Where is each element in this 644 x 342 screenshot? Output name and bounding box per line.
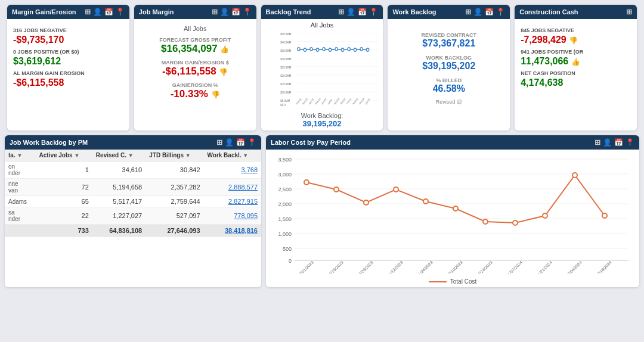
lc-header-icons: ⊞ 👤 📅 📍 <box>595 138 634 147</box>
total-value: -$6,115,558 <box>13 77 123 88</box>
footer-wb[interactable]: 38,418,816 <box>204 225 261 237</box>
wb-person-icon[interactable]: 👤 <box>473 8 482 16</box>
svg-text:$10.0MM: $10.0MM <box>280 91 291 94</box>
svg-text:2,500: 2,500 <box>278 186 292 192</box>
jwb-person-icon[interactable]: 👤 <box>225 138 234 147</box>
svg-text:$0.0: $0.0 <box>280 103 286 106</box>
calendar-icon[interactable]: 📅 <box>104 8 113 16</box>
jwb-title: Job Work Backlog by PM <box>10 139 88 146</box>
lc-person-icon[interactable]: 👤 <box>603 138 612 147</box>
svg-point-68 <box>543 213 547 218</box>
person-icon[interactable]: 👤 <box>93 8 102 16</box>
cc-header-icons: ⊞ <box>626 8 632 16</box>
backlog-footer-label: Work Backlog: <box>301 112 343 119</box>
row2-jtd: 2,357,282 <box>145 179 203 196</box>
svg-text:Jul'24: Jul'24 <box>327 98 333 105</box>
svg-text:$20.0MM: $20.0MM <box>280 74 291 77</box>
bt-hierarchy-icon[interactable]: ⊞ <box>338 8 344 16</box>
footer-name <box>5 225 36 237</box>
jwb-tbody: onnder 1 34,610 30,842 3,768 nnevan 72 5… <box>5 161 261 225</box>
jm-hierarchy-icon[interactable]: ⊞ <box>212 8 218 16</box>
job-margin-header: Job Margin ⊞ 👤 📅 📍 <box>134 5 256 19</box>
margin-gain-erosion-header: Margin Gain/Erosion ⊞ 👤 📅 📍 <box>7 5 129 19</box>
table-row: sander 22 1,227,027 527,097 778,095 <box>5 207 261 225</box>
svg-text:$30.0MM: $30.0MM <box>280 58 291 61</box>
cc-hierarchy-icon[interactable]: ⊞ <box>626 8 632 16</box>
wb-pin-icon[interactable]: 📍 <box>496 8 505 16</box>
svg-text:02/04/2024: 02/04/2024 <box>565 260 583 273</box>
row4-jtd: 527,097 <box>145 207 203 225</box>
hierarchy-icon[interactable]: ⊞ <box>85 8 91 16</box>
margin-gain-erosion-card: Margin Gain/Erosion ⊞ 👤 📅 📍 316 JOBS NEG… <box>7 5 129 130</box>
cc-pos-jobs-label: 941 JOBS POSITIVE (OR <box>521 49 631 55</box>
svg-text:01/21/2024: 01/21/2024 <box>535 260 553 273</box>
row3-wb[interactable]: 2,827,915 <box>204 196 261 207</box>
svg-text:Oct'24: Oct'24 <box>346 97 352 105</box>
jwb-tfoot: 733 64,836,108 27,646,093 38,418,816 <box>5 225 261 237</box>
wb-calendar-icon[interactable]: 📅 <box>485 8 494 16</box>
dashboard: Margin Gain/Erosion ⊞ 👤 📅 📍 316 JOBS NEG… <box>0 0 644 292</box>
pos-jobs-value: $3,619,612 <box>13 56 123 67</box>
svg-text:Aug'24: Aug'24 <box>333 97 340 105</box>
row2-wb[interactable]: 2,888,577 <box>204 179 261 196</box>
filter-name-icon[interactable]: ▼ <box>17 153 22 158</box>
row4-wb[interactable]: 778,095 <box>204 207 261 225</box>
pin-icon[interactable]: 📍 <box>116 8 125 16</box>
jm-pin-icon[interactable]: 📍 <box>243 8 252 16</box>
row1-wb[interactable]: 3,768 <box>204 161 261 179</box>
svg-text:10/29/2023: 10/29/2023 <box>356 260 374 273</box>
construction-cash-body: 845 JOBS NEGATIVE -7,298,429 👎 941 JOBS … <box>515 19 637 93</box>
jm-margin-value: -$6,115,558 👎 <box>139 66 252 77</box>
row1-name: onnder <box>5 161 36 179</box>
svg-point-25 <box>335 48 337 51</box>
col-jtd: JTD Billings ▼ <box>145 150 203 161</box>
row4-revised: 1,227,027 <box>92 207 145 225</box>
work-backlog-card: Work Backlog ⊞ 👤 📅 📍 REVISED CONTRACT $7… <box>388 5 510 130</box>
backlog-trend-header: Backlog Trend ⊞ 👤 📅 📍 <box>261 5 383 19</box>
svg-point-66 <box>483 219 488 224</box>
gain-trend-down-icon: 👎 <box>211 91 220 99</box>
col-workbackl: Work Backl. ▼ <box>204 150 261 161</box>
jwb-calendar-icon[interactable]: 📅 <box>236 138 245 147</box>
job-margin-title: Job Margin <box>139 8 174 15</box>
svg-text:3,500: 3,500 <box>278 157 292 163</box>
svg-text:11/12/2023: 11/12/2023 <box>386 260 404 273</box>
footer-jtd: 27,646,093 <box>145 225 203 237</box>
row3-revised: 5,517,417 <box>92 196 145 207</box>
jwb-hierarchy-icon[interactable]: ⊞ <box>216 138 222 147</box>
bt-calendar-icon[interactable]: 📅 <box>358 8 367 16</box>
jm-subtitle: All Jobs <box>139 25 252 32</box>
table-row: onnder 1 34,610 30,842 3,768 <box>5 161 261 179</box>
jm-calendar-icon[interactable]: 📅 <box>231 8 240 16</box>
jm-header-icons: ⊞ 👤 📅 📍 <box>212 8 252 16</box>
row3-name: Adams <box>5 196 36 207</box>
work-backlog-header: Work Backlog ⊞ 👤 📅 📍 <box>388 5 510 19</box>
work-backlog-label: WORK BACKLOG <box>392 55 505 61</box>
filter-jtd-icon[interactable]: ▼ <box>185 153 191 158</box>
backlog-subtitle: All Jobs <box>265 21 380 29</box>
margin-trend-down-icon: 👎 <box>219 68 228 76</box>
filter-wb-icon[interactable]: ▼ <box>243 153 248 158</box>
svg-text:Dec'24: Dec'24 <box>358 97 365 105</box>
backlog-body: All Jobs $45.0MM $40.0MM $35.0MM $30.0MM… <box>261 19 383 130</box>
bt-person-icon[interactable]: 👤 <box>346 8 355 16</box>
jwb-pin-icon[interactable]: 📍 <box>247 138 256 147</box>
filter-active-icon[interactable]: ▼ <box>74 153 79 158</box>
svg-text:12/10/2023: 12/10/2023 <box>445 260 463 273</box>
lc-calendar-icon[interactable]: 📅 <box>614 138 623 147</box>
jm-gain-value: -10.33% 👎 <box>139 88 252 100</box>
bt-pin-icon[interactable]: 📍 <box>369 8 378 16</box>
revised-contract-value: $73,367,821 <box>392 38 505 49</box>
svg-text:$15.0MM: $15.0MM <box>280 83 291 86</box>
filter-revised-icon[interactable]: ▼ <box>128 153 134 158</box>
bt-header-icons: ⊞ 👤 📅 📍 <box>338 8 378 16</box>
wb-hierarchy-icon[interactable]: ⊞ <box>465 8 471 16</box>
revised-at-label: Revised @ <box>392 99 505 105</box>
backlog-chart: $45.0MM $40.0MM $35.0MM $30.0MM $25.0MM … <box>265 30 380 107</box>
row1-jtd: 30,842 <box>145 161 203 179</box>
table-wrapper[interactable]: ta. ▼ Active Jobs ▼ Revised C. ▼ JTD Bil… <box>5 150 261 237</box>
jm-person-icon[interactable]: 👤 <box>220 8 229 16</box>
lc-hierarchy-icon[interactable]: ⊞ <box>595 138 600 147</box>
neg-jobs-value: -$9,735,170 <box>13 35 123 45</box>
lc-pin-icon[interactable]: 📍 <box>626 138 634 147</box>
